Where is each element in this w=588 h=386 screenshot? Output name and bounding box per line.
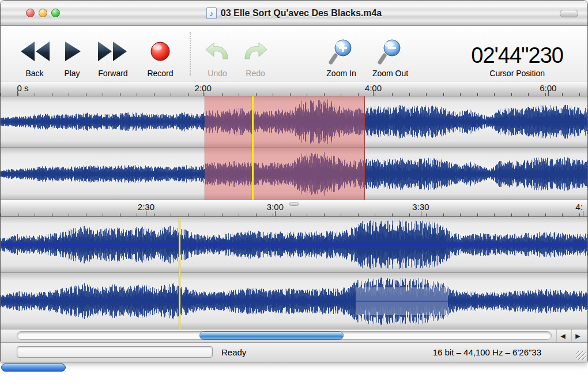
toolbar-toggle-button[interactable] bbox=[560, 10, 578, 17]
undo-icon bbox=[205, 35, 230, 68]
ruler-minor-tick bbox=[69, 93, 69, 96]
zoom-window-button[interactable] bbox=[51, 9, 60, 17]
ruler-minor-tick bbox=[35, 93, 35, 96]
ruler-minor-tick bbox=[409, 213, 410, 216]
play-label: Play bbox=[64, 69, 80, 78]
ruler-minor-tick bbox=[579, 213, 580, 216]
ruler-minor-tick bbox=[86, 93, 86, 96]
waveform-detail[interactable] bbox=[1, 217, 587, 329]
waveform-channel-left[interactable] bbox=[1, 96, 587, 147]
forward-label: Forward bbox=[98, 69, 127, 78]
ruler-minor-tick bbox=[443, 93, 444, 96]
timeline-ruler-top[interactable]: 0 s2:004:006:00 bbox=[1, 81, 587, 96]
music-note-document-icon: ♪ bbox=[206, 8, 217, 19]
ruler-minor-tick bbox=[86, 213, 86, 216]
ruler-minor-tick bbox=[307, 213, 307, 216]
ruler-minor-tick bbox=[120, 93, 120, 96]
zoom-in-button[interactable]: Zoom In bbox=[321, 31, 361, 78]
ruler-minor-tick bbox=[511, 93, 512, 96]
redo-label: Redo bbox=[246, 69, 265, 78]
zoom-out-icon bbox=[377, 35, 404, 68]
toolbar: Back Play Forward Record bbox=[1, 26, 587, 81]
ruler-minor-tick bbox=[528, 93, 529, 96]
titlebar[interactable]: ♪ 03 Elle Sort Qu'avec Des Blacks.m4a bbox=[1, 1, 587, 26]
play-icon bbox=[62, 35, 82, 68]
music-note-glyph: ♪ bbox=[209, 9, 213, 18]
scroll-right-button[interactable]: ▶ bbox=[571, 329, 584, 342]
zoom-out-button[interactable]: Zoom Out bbox=[368, 31, 412, 78]
horizontal-scrollbar[interactable]: ◀ ▶ bbox=[1, 329, 587, 342]
ruler-minor-tick bbox=[120, 213, 120, 216]
zoom-in-icon bbox=[328, 35, 355, 68]
resize-grip[interactable] bbox=[576, 351, 586, 360]
ruler-minor-tick bbox=[545, 93, 546, 96]
ruler-minor-tick bbox=[460, 93, 461, 96]
ruler-minor-tick bbox=[545, 213, 546, 216]
ruler-minor-tick bbox=[222, 213, 223, 216]
zoom-out-label: Zoom Out bbox=[372, 69, 408, 78]
cursor-position-display: 02'44"230 Cursor Position bbox=[471, 31, 563, 78]
ruler-minor-tick bbox=[290, 93, 291, 96]
ruler-minor-tick bbox=[392, 213, 393, 216]
ruler-minor-tick bbox=[35, 213, 35, 216]
ruler-drag-handle[interactable] bbox=[289, 202, 299, 206]
ruler-label: 0 s bbox=[17, 83, 29, 93]
close-button[interactable] bbox=[26, 9, 35, 17]
scroll-left-button[interactable]: ◀ bbox=[556, 329, 569, 342]
ruler-label: 6:00 bbox=[540, 83, 556, 93]
ruler-major-tick bbox=[275, 211, 276, 216]
ruler-minor-tick bbox=[256, 213, 257, 216]
waveform-overview[interactable] bbox=[1, 96, 587, 200]
ruler-minor-tick bbox=[290, 213, 291, 216]
ruler-minor-tick bbox=[103, 213, 103, 216]
ruler-minor-tick bbox=[154, 213, 154, 216]
progress-well bbox=[17, 346, 213, 358]
ruler-minor-tick bbox=[69, 213, 69, 216]
ruler-minor-tick bbox=[341, 93, 341, 96]
ruler-label: 4: bbox=[575, 202, 583, 212]
back-label: Back bbox=[25, 69, 43, 78]
minimize-button[interactable] bbox=[39, 9, 47, 17]
ruler-label: 3:30 bbox=[412, 202, 429, 212]
ruler-minor-tick bbox=[375, 213, 375, 216]
ruler-minor-tick bbox=[239, 93, 239, 96]
undo-button[interactable]: Undo bbox=[201, 31, 233, 78]
ruler-minor-tick bbox=[477, 93, 478, 96]
ruler-minor-tick bbox=[239, 213, 239, 216]
ruler-minor-tick bbox=[171, 213, 171, 216]
redo-icon bbox=[243, 35, 268, 68]
ruler-minor-tick bbox=[171, 93, 171, 96]
ruler-minor-tick bbox=[18, 213, 18, 216]
ruler-minor-tick bbox=[52, 213, 52, 216]
ruler-minor-tick bbox=[1, 213, 1, 216]
play-button[interactable]: Play bbox=[57, 31, 87, 78]
ruler-major-tick bbox=[421, 211, 421, 216]
waveform-detail-channel-right[interactable] bbox=[1, 273, 587, 329]
ruler-minor-tick bbox=[222, 93, 223, 96]
ruler-minor-tick bbox=[460, 213, 461, 216]
waveform-channel-right[interactable] bbox=[1, 148, 587, 200]
scrollbar-thumb[interactable] bbox=[199, 331, 344, 340]
ruler-minor-tick bbox=[392, 93, 393, 96]
forward-button[interactable]: Forward bbox=[91, 31, 135, 78]
redo-button[interactable]: Redo bbox=[239, 31, 272, 78]
ruler-minor-tick bbox=[188, 213, 189, 216]
ruler-major-tick bbox=[146, 211, 146, 216]
ruler-minor-tick bbox=[477, 213, 478, 216]
ruler-minor-tick bbox=[1, 93, 1, 96]
ruler-minor-tick bbox=[494, 93, 495, 96]
waveform-detail-channel-left[interactable] bbox=[1, 217, 587, 272]
desktop-background: ♪ 03 Elle Sort Qu'avec Des Blacks.m4a Ba… bbox=[0, 0, 588, 386]
back-button[interactable]: Back bbox=[16, 31, 54, 78]
ruler-minor-tick bbox=[324, 213, 325, 216]
ruler-minor-tick bbox=[426, 213, 427, 216]
window-title: 03 Elle Sort Qu'avec Des Blacks.m4a bbox=[221, 8, 382, 18]
record-button[interactable]: Record bbox=[141, 31, 179, 78]
cursor-position-value: 02'44"230 bbox=[471, 44, 563, 68]
status-bar: Ready 16 bit – 44,100 Hz – 6'26"33 bbox=[1, 342, 587, 362]
ruler-minor-tick bbox=[494, 213, 495, 216]
ruler-minor-tick bbox=[562, 213, 563, 216]
toolbar-separator bbox=[190, 32, 191, 76]
timeline-ruler-bottom[interactable]: 2:303:003:304: bbox=[1, 200, 587, 217]
ruler-minor-tick bbox=[137, 93, 137, 96]
